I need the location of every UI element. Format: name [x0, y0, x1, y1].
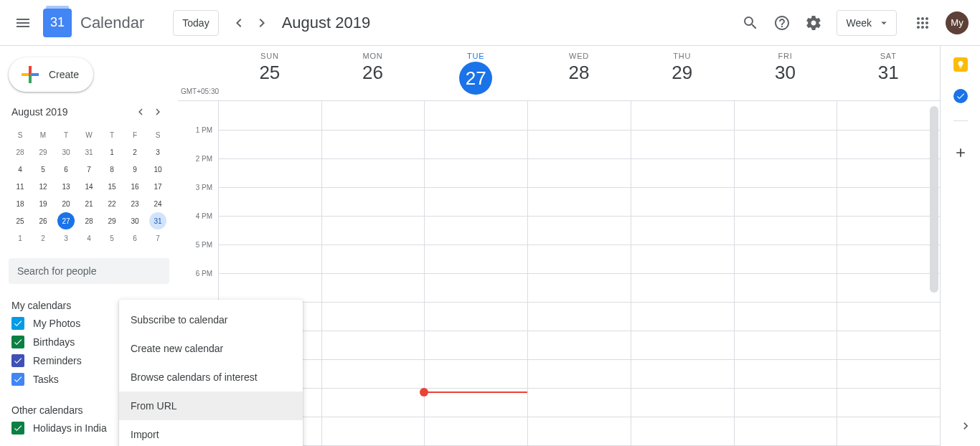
- support-button[interactable]: [768, 9, 796, 37]
- mini-day[interactable]: 3: [57, 229, 75, 247]
- mini-day[interactable]: 27: [57, 212, 75, 229]
- day-header[interactable]: MON26: [321, 46, 425, 100]
- get-addons-button[interactable]: [946, 138, 975, 167]
- mini-day[interactable]: 11: [11, 178, 29, 195]
- mini-day[interactable]: 1: [103, 143, 121, 161]
- mini-day[interactable]: 26: [34, 212, 52, 229]
- mini-day[interactable]: 7: [80, 161, 98, 178]
- day-header[interactable]: FRI30: [734, 46, 837, 100]
- day-abbrev: FRI: [734, 52, 837, 60]
- google-plus-icon: [17, 62, 43, 87]
- calendar-checkbox[interactable]: [11, 317, 24, 330]
- mini-day[interactable]: 18: [11, 195, 29, 212]
- menu-item[interactable]: Browse calendars of interest: [119, 363, 303, 392]
- day-header[interactable]: WED28: [527, 46, 631, 100]
- mini-day[interactable]: 12: [34, 178, 52, 195]
- mini-day[interactable]: 19: [34, 195, 52, 212]
- mini-day[interactable]: 4: [80, 229, 98, 247]
- create-event-button[interactable]: Create: [9, 57, 93, 92]
- mini-day[interactable]: 2: [34, 229, 52, 247]
- timezone-label: GMT+05:30: [181, 87, 218, 95]
- time-label: 6 PM: [196, 270, 212, 277]
- mini-next-month[interactable]: [149, 103, 166, 120]
- mini-day[interactable]: 5: [34, 161, 52, 178]
- google-apps-button[interactable]: [908, 9, 937, 37]
- mini-day-abbrev: S: [9, 126, 32, 143]
- menu-item[interactable]: Import: [119, 420, 303, 446]
- day-header[interactable]: SAT31: [837, 46, 940, 100]
- mini-day[interactable]: 5: [103, 229, 121, 247]
- keep-addon-button[interactable]: [953, 57, 968, 72]
- side-panel-toggle[interactable]: [954, 414, 977, 437]
- mini-day[interactable]: 31: [149, 212, 166, 229]
- mini-day[interactable]: 16: [126, 178, 143, 195]
- mini-day[interactable]: 3: [149, 143, 166, 161]
- mini-day[interactable]: 22: [103, 195, 121, 212]
- day-abbrev: THU: [631, 52, 734, 60]
- search-button[interactable]: [736, 9, 765, 37]
- day-number: 25: [218, 62, 321, 84]
- mini-day[interactable]: 29: [103, 212, 121, 229]
- add-calendar-menu: Subscribe to calendarCreate new calendar…: [119, 300, 303, 446]
- hour-gridline: [218, 302, 940, 303]
- scrollbar-thumb[interactable]: [930, 106, 938, 293]
- mini-day[interactable]: 24: [149, 195, 166, 212]
- chevron-left-icon: [134, 105, 147, 118]
- settings-button[interactable]: [799, 9, 828, 37]
- next-week-button[interactable]: [250, 11, 273, 34]
- mini-day[interactable]: 2: [126, 143, 143, 161]
- mini-day[interactable]: 1: [11, 229, 29, 247]
- day-header[interactable]: TUE27: [424, 46, 527, 100]
- mini-day[interactable]: 6: [126, 229, 143, 247]
- calendar-checkbox[interactable]: [11, 373, 24, 386]
- mini-day[interactable]: 4: [11, 161, 29, 178]
- chevron-right-icon: [958, 419, 973, 433]
- prev-week-button[interactable]: [227, 11, 250, 34]
- mini-day[interactable]: 9: [126, 161, 143, 178]
- calendar-checkbox[interactable]: [11, 336, 24, 348]
- account-avatar[interactable]: My: [946, 11, 969, 34]
- mini-day[interactable]: 10: [149, 161, 166, 178]
- mini-day[interactable]: 29: [34, 143, 52, 161]
- mini-day[interactable]: 21: [80, 195, 98, 212]
- mini-day[interactable]: 30: [57, 143, 75, 161]
- mini-day[interactable]: 31: [80, 143, 98, 161]
- mini-day[interactable]: 25: [11, 212, 29, 229]
- mini-day[interactable]: 13: [57, 178, 75, 195]
- mini-day[interactable]: 15: [103, 178, 121, 195]
- menu-item[interactable]: Subscribe to calendar: [119, 305, 303, 334]
- hour-gridline: [218, 388, 940, 389]
- day-abbrev: TUE: [424, 52, 527, 60]
- day-number: 29: [631, 62, 734, 84]
- check-icon: [956, 91, 966, 101]
- day-header[interactable]: SUN25: [218, 46, 321, 100]
- today-button[interactable]: Today: [173, 10, 218, 36]
- time-label: 1 PM: [196, 126, 212, 134]
- mini-day[interactable]: 17: [149, 178, 166, 195]
- mini-day[interactable]: 7: [149, 229, 166, 247]
- tasks-addon-button[interactable]: [953, 89, 968, 103]
- mini-day[interactable]: 23: [126, 195, 143, 212]
- main-menu-button[interactable]: [6, 6, 40, 40]
- mini-prev-month[interactable]: [132, 103, 149, 120]
- mini-day[interactable]: 6: [57, 161, 75, 178]
- day-header[interactable]: THU29: [631, 46, 734, 100]
- mini-day[interactable]: 8: [103, 161, 121, 178]
- chevron-left-icon: [230, 14, 248, 32]
- scrollbar[interactable]: [928, 98, 940, 446]
- mini-day[interactable]: 14: [80, 178, 98, 195]
- mini-day[interactable]: 20: [57, 195, 75, 212]
- calendar-checkbox[interactable]: [11, 354, 24, 367]
- day-abbrev: MON: [321, 52, 425, 60]
- calendar-checkbox[interactable]: [11, 422, 24, 435]
- hour-gridline: [218, 216, 940, 217]
- side-panel-divider: [953, 120, 968, 121]
- menu-item[interactable]: Create new calendar: [119, 334, 303, 363]
- mini-day-abbrev: F: [123, 126, 146, 143]
- search-people-input[interactable]: Search for people: [9, 258, 169, 284]
- mini-day[interactable]: 28: [80, 212, 98, 229]
- mini-day[interactable]: 30: [126, 212, 143, 229]
- mini-day[interactable]: 28: [11, 143, 29, 161]
- view-selector[interactable]: Week: [837, 10, 897, 36]
- menu-item[interactable]: From URL: [119, 392, 303, 420]
